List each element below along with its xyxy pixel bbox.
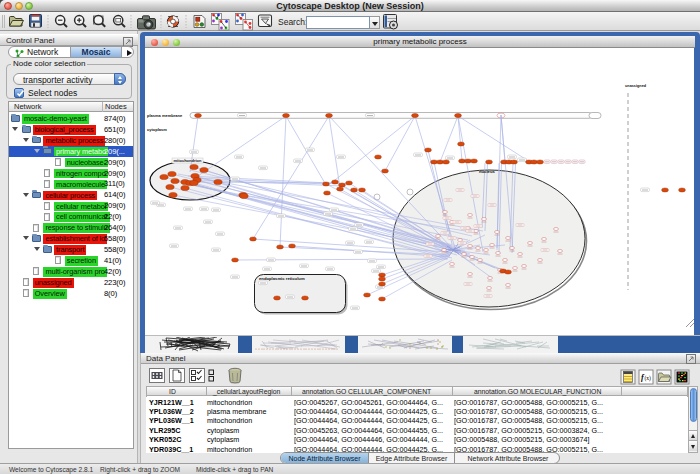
svg-text:cytoplasm: cytoplasm [147, 127, 167, 132]
svg-text:mitochondrion: mitochondrion [174, 158, 203, 163]
svg-text:nucleus: nucleus [479, 169, 495, 174]
svg-text:unassigned: unassigned [625, 84, 647, 88]
svg-text:plasma membrane: plasma membrane [147, 113, 183, 118]
svg-text:endoplasmic reticulum: endoplasmic reticulum [259, 276, 305, 281]
svg-text:Search:: Search: [278, 17, 307, 27]
svg-text:(x): (x) [645, 375, 652, 382]
